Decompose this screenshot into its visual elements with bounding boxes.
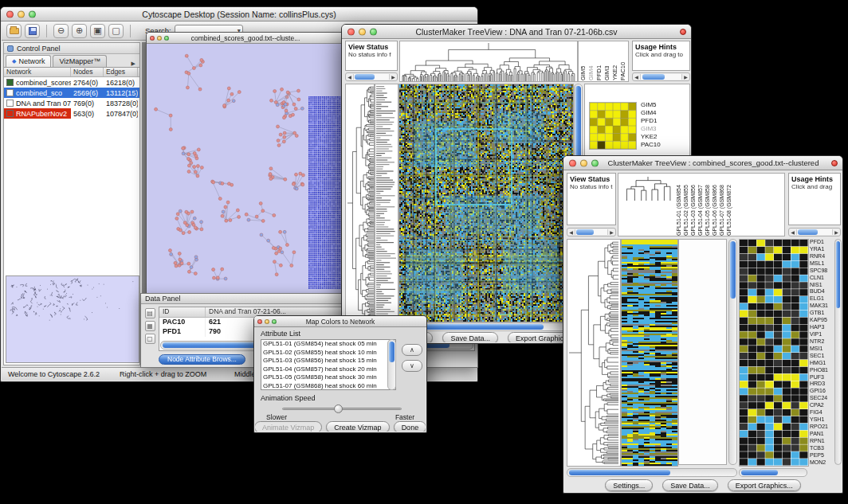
minimize-icon[interactable] bbox=[580, 159, 587, 166]
gene-label[interactable]: RPN1 bbox=[810, 438, 834, 443]
gene-label[interactable]: ELG1 bbox=[810, 295, 834, 301]
close-icon[interactable] bbox=[569, 159, 576, 166]
close-icon[interactable] bbox=[347, 28, 355, 35]
gene-label-strip[interactable] bbox=[375, 84, 398, 322]
gene-label[interactable]: GPI16 bbox=[810, 388, 834, 393]
gene-label[interactable]: HRD3 bbox=[810, 381, 834, 386]
gene-label[interactable]: PEP5 bbox=[810, 452, 834, 458]
column-dendrogram[interactable] bbox=[620, 175, 676, 202]
gene-label[interactable]: RPO21 bbox=[810, 424, 834, 429]
minimize-icon[interactable] bbox=[157, 36, 162, 41]
java-close-icon[interactable] bbox=[831, 160, 838, 166]
matrix-gene-label[interactable]: GIM4 bbox=[641, 110, 661, 116]
zoom-selected-icon[interactable]: ▢ bbox=[108, 24, 124, 38]
gene-label[interactable]: MSL1 bbox=[810, 260, 834, 266]
heatmap-vscrollbar[interactable] bbox=[728, 239, 737, 465]
zoom-hscrollbar[interactable] bbox=[739, 468, 807, 477]
matrix-gene-label[interactable]: GIM3 bbox=[641, 126, 661, 132]
gene-label[interactable]: PAN1 bbox=[810, 431, 834, 436]
close-icon[interactable] bbox=[6, 10, 14, 18]
move-up-button[interactable]: ∧ bbox=[402, 344, 422, 356]
column-label[interactable]: GPL51-08 (GSM872 bbox=[726, 174, 733, 236]
gene-label[interactable]: SPC98 bbox=[810, 268, 834, 273]
gene-label[interactable]: NIS1 bbox=[810, 282, 834, 287]
tab-network[interactable]: ◆ Network bbox=[6, 55, 51, 67]
animation-speed-slider[interactable] bbox=[282, 408, 402, 410]
scroll-right-icon[interactable]: ▶ bbox=[833, 229, 840, 235]
column-label[interactable]: GPL51-06 (GSM866 bbox=[712, 174, 719, 236]
column-label[interactable]: GPL51-07 (GSM868 bbox=[719, 174, 726, 236]
gene-label[interactable]: NTR2 bbox=[810, 338, 834, 344]
gene-label[interactable]: SEC24 bbox=[810, 395, 834, 400]
attribute-item[interactable]: GPL51-04 (GSM857) heat shock 20 min bbox=[261, 365, 395, 374]
network-row[interactable]: RNAPuberNov2 563(0) 107847(0) bbox=[4, 108, 139, 119]
gene-label[interactable]: PFD1 bbox=[810, 239, 834, 244]
gene-label[interactable]: HMG1 bbox=[810, 360, 834, 365]
zoom-in-icon[interactable]: ⊕ bbox=[72, 24, 87, 38]
column-dendrogram[interactable] bbox=[399, 41, 578, 82]
maximize-icon[interactable] bbox=[591, 159, 599, 166]
column-label[interactable]: GPL51-05 (GSM858 bbox=[705, 174, 712, 236]
close-icon[interactable] bbox=[257, 319, 262, 324]
gene-label[interactable]: MSI1 bbox=[810, 346, 834, 351]
network-row-selected[interactable]: combined_sco 2569(6) 13112(15) bbox=[4, 88, 139, 98]
gene-label[interactable]: CLN1 bbox=[810, 275, 834, 280]
pane-hscrollbar[interactable]: ◀ ▶ bbox=[345, 72, 398, 81]
column-label[interactable]: PFD1 bbox=[595, 42, 603, 80]
network-canvas[interactable] bbox=[147, 44, 344, 293]
gene-label[interactable]: RNR4 bbox=[810, 253, 834, 259]
row-dendrogram[interactable] bbox=[345, 84, 375, 322]
maximize-icon[interactable] bbox=[29, 10, 36, 18]
maximize-icon[interactable] bbox=[370, 28, 377, 35]
scroll-left-icon[interactable]: ◀ bbox=[633, 74, 640, 80]
scroll-left-icon[interactable]: ◀ bbox=[567, 229, 575, 235]
tab-vizmapper[interactable]: VizMapper™ bbox=[53, 55, 107, 67]
save-data-button[interactable]: Save Data... bbox=[442, 332, 498, 342]
gene-label[interactable]: PHO81 bbox=[810, 367, 834, 373]
move-down-button[interactable]: ∨ bbox=[402, 360, 422, 372]
open-session-icon[interactable] bbox=[6, 24, 22, 38]
row-dendrogram[interactable] bbox=[567, 239, 621, 467]
gene-label[interactable]: GTB1 bbox=[810, 310, 834, 315]
network-row[interactable]: combined_scores 2764(0) 16218(0) bbox=[4, 77, 139, 88]
matrix-gene-label[interactable]: YKE2 bbox=[641, 134, 661, 140]
column-label[interactable]: GIM3 bbox=[603, 42, 611, 80]
zoom-out-icon[interactable]: ⊖ bbox=[53, 24, 69, 38]
gene-label[interactable]: PUF3 bbox=[810, 374, 834, 380]
zoom-fit-icon[interactable]: ▣ bbox=[90, 24, 105, 38]
scroll-left-icon[interactable]: ◀ bbox=[789, 229, 796, 235]
column-label[interactable]: GPL51-03 (GSM856 bbox=[690, 174, 697, 236]
gene-label[interactable]: BUD4 bbox=[810, 288, 834, 294]
scroll-right-icon[interactable]: ▶ bbox=[390, 74, 397, 80]
heatmap-canvas[interactable] bbox=[398, 84, 574, 322]
gene-label[interactable]: CPA2 bbox=[810, 402, 834, 408]
gene-label[interactable]: MON2 bbox=[810, 459, 834, 465]
gene-label[interactable]: MAK31 bbox=[810, 303, 834, 308]
node-attribute-browser-tab[interactable]: Node Attribute Brows... bbox=[159, 354, 245, 365]
gene-label[interactable]: SEC1 bbox=[810, 353, 834, 358]
attribute-item[interactable]: GPL51-05 (GSM858) heat shock 30 min bbox=[261, 373, 395, 382]
treeview-combined-titlebar[interactable]: ClusterMaker TreeView : combined_scores_… bbox=[563, 156, 842, 170]
heatmap-zoom-canvas[interactable] bbox=[739, 239, 809, 467]
scroll-right-icon[interactable]: ▶ bbox=[608, 229, 615, 235]
attribute-item[interactable]: GPL51-03 (GSM856) heat shock 15 min bbox=[261, 357, 395, 365]
heatmap-canvas[interactable] bbox=[621, 239, 678, 467]
heatmap-hscrollbar[interactable] bbox=[567, 468, 737, 477]
attribute-item[interactable]: GPL51-07 (GSM868) heat shock 60 min bbox=[261, 382, 395, 391]
save-session-icon[interactable] bbox=[25, 24, 40, 38]
cytoscape-titlebar[interactable]: Cytoscape Desktop (Session Name: collins… bbox=[1, 7, 477, 21]
gene-list-vscrollbar[interactable] bbox=[834, 239, 842, 465]
column-label[interactable]: GPL51-01 (GSM854 bbox=[676, 174, 683, 236]
matrix-gene-label[interactable]: PFD1 bbox=[641, 118, 661, 124]
column-label[interactable]: PAC10 bbox=[619, 42, 627, 80]
gene-label[interactable]: KAP95 bbox=[810, 317, 834, 322]
slider-thumb[interactable] bbox=[334, 404, 343, 413]
attribute-list-vscrollbar[interactable] bbox=[387, 339, 396, 390]
animate-vizmap-button[interactable]: Animate Vizmap bbox=[255, 421, 322, 432]
correlation-matrix[interactable] bbox=[589, 102, 637, 150]
maximize-icon[interactable] bbox=[164, 36, 169, 41]
minimize-icon[interactable] bbox=[18, 10, 25, 18]
column-label[interactable]: YKE2 bbox=[611, 42, 619, 80]
create-attribute-icon[interactable]: ▦ bbox=[145, 321, 155, 331]
settings-button[interactable]: Settings... bbox=[605, 479, 653, 491]
